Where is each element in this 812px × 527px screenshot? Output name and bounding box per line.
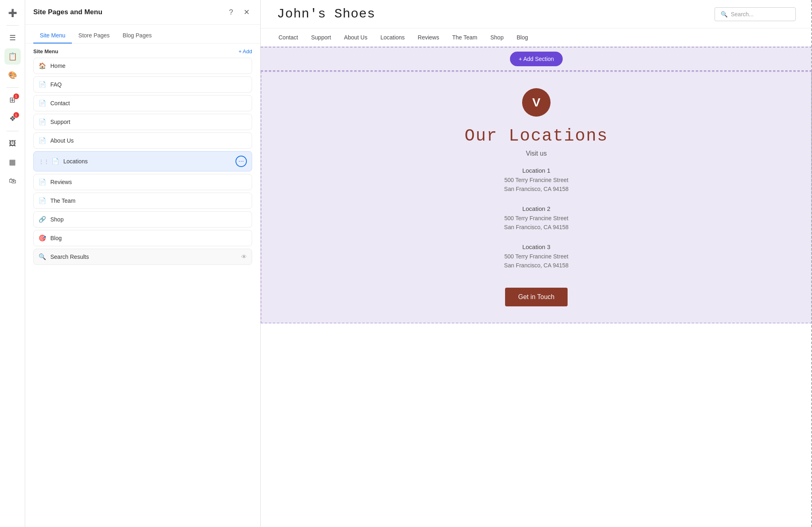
- location-3: Location 3 500 Terry Francine Street San…: [270, 243, 803, 270]
- drag-handle-icon: ⋮⋮: [39, 158, 49, 165]
- toolbar-widgets-icon[interactable]: ❖ 1: [4, 111, 21, 127]
- panel-title: Site Pages and Menu: [33, 8, 102, 16]
- close-button[interactable]: ✕: [241, 7, 252, 18]
- apps-badge: 1: [13, 93, 19, 99]
- avatar-letter: V: [532, 95, 540, 109]
- panel-header: Site Pages and Menu ? ✕: [25, 0, 260, 25]
- nav-shop[interactable]: Shop: [489, 28, 505, 46]
- left-toolbar: ➕ ☰ 📋 🎨 ⊞ 1 ❖ 1 🖼 ▦ 🛍: [0, 0, 25, 527]
- menu-section-header: Site Menu + Add: [25, 43, 260, 56]
- reviews-page-icon: 📄: [39, 178, 46, 186]
- menu-item-faq-label: FAQ: [50, 81, 247, 88]
- add-section-bar: + Add Section: [261, 47, 812, 71]
- blog-page-icon: 🎯: [39, 234, 46, 242]
- locations-more-button[interactable]: ···: [235, 156, 247, 167]
- nav-locations[interactable]: Locations: [379, 28, 406, 46]
- menu-item-home-label: Home: [50, 63, 247, 69]
- menu-item-the-team-label: The Team: [50, 197, 247, 204]
- add-menu-item-button[interactable]: + Add: [238, 48, 252, 54]
- support-page-icon: 📄: [39, 118, 46, 126]
- menu-item-reviews-label: Reviews: [50, 179, 247, 185]
- nav-the-team[interactable]: The Team: [451, 28, 479, 46]
- location-3-city: San Francisco, CA 94158: [270, 261, 803, 270]
- menu-item-contact[interactable]: 📄 Contact: [33, 95, 252, 111]
- location-1-street: 500 Terry Francine Street: [270, 176, 803, 184]
- menu-section-label: Site Menu: [33, 48, 58, 54]
- toolbar-data-icon[interactable]: ▦: [4, 154, 21, 170]
- nav-contact[interactable]: Contact: [277, 28, 300, 46]
- nav-reviews[interactable]: Reviews: [416, 28, 441, 46]
- faq-page-icon: 📄: [39, 81, 46, 88]
- toolbar-apps-icon[interactable]: ⊞ 1: [4, 92, 21, 108]
- location-3-street: 500 Terry Francine Street: [270, 252, 803, 261]
- menu-list: 🏠 Home 📄 FAQ 📄 Contact 📄 Support 📄 About…: [25, 56, 260, 527]
- site-search-box[interactable]: 🔍 Search...: [715, 7, 796, 21]
- canvas-inner: John's Shoes 🔍 Search... Contact Support…: [261, 0, 812, 527]
- the-team-page-icon: 📄: [39, 197, 46, 204]
- menu-item-locations[interactable]: ⋮⋮ 📄 Locations ···: [33, 151, 252, 171]
- help-button[interactable]: ?: [225, 7, 237, 18]
- site-header: John's Shoes 🔍 Search...: [261, 0, 812, 28]
- menu-item-blog-label: Blog: [50, 235, 247, 241]
- avatar: V: [522, 88, 551, 117]
- menu-item-reviews[interactable]: 📄 Reviews: [33, 174, 252, 190]
- locations-subtitle: Visit us: [270, 150, 803, 157]
- tab-store-pages[interactable]: Store Pages: [72, 29, 116, 43]
- toolbar-market-icon[interactable]: 🛍: [4, 173, 21, 189]
- menu-item-shop[interactable]: 🔗 Shop: [33, 211, 252, 228]
- location-2: Location 2 500 Terry Francine Street San…: [270, 205, 803, 232]
- locations-page-title: Our Locations: [270, 126, 803, 146]
- search-placeholder: Search...: [731, 11, 754, 17]
- menu-item-about-us[interactable]: 📄 About Us: [33, 132, 252, 149]
- widgets-badge: 1: [13, 112, 19, 118]
- toolbar-separator-3: [6, 131, 19, 131]
- nav-support[interactable]: Support: [309, 28, 333, 46]
- menu-item-search-results-label: Search Results: [50, 254, 241, 260]
- toolbar-dashboard-icon[interactable]: ☰: [4, 30, 21, 46]
- contact-page-icon: 📄: [39, 100, 46, 107]
- main-canvas: John's Shoes 🔍 Search... Contact Support…: [261, 0, 812, 527]
- toolbar-pages-icon[interactable]: 📋: [4, 48, 21, 65]
- toolbar-add-icon[interactable]: ➕: [4, 5, 21, 21]
- search-icon: 🔍: [721, 11, 728, 17]
- get-in-touch-button[interactable]: Get in Touch: [505, 288, 568, 306]
- menu-item-blog[interactable]: 🎯 Blog: [33, 230, 252, 246]
- nav-blog[interactable]: Blog: [515, 28, 529, 46]
- menu-item-home[interactable]: 🏠 Home: [33, 58, 252, 74]
- tab-blog-pages[interactable]: Blog Pages: [116, 29, 158, 43]
- search-results-icon: 🔍: [39, 253, 46, 260]
- toolbar-media-icon[interactable]: 🖼: [4, 135, 21, 152]
- menu-item-shop-label: Shop: [50, 216, 247, 223]
- menu-item-search-results[interactable]: 🔍 Search Results 👁: [33, 249, 252, 265]
- site-title: John's Shoes: [277, 7, 375, 22]
- toolbar-separator-2: [6, 87, 19, 88]
- add-section-button[interactable]: + Add Section: [510, 52, 563, 66]
- visibility-icon: 👁: [241, 254, 247, 260]
- site-pages-panel: Site Pages and Menu ? ✕ Site Menu Store …: [25, 0, 261, 527]
- locations-page-icon: 📄: [52, 158, 59, 165]
- menu-item-the-team[interactable]: 📄 The Team: [33, 193, 252, 209]
- tab-site-menu[interactable]: Site Menu: [33, 29, 72, 43]
- location-2-name: Location 2: [270, 205, 803, 212]
- locations-content: V Our Locations Visit us Location 1 500 …: [261, 71, 812, 323]
- panel-header-actions: ? ✕: [225, 7, 252, 18]
- location-1: Location 1 500 Terry Francine Street San…: [270, 167, 803, 194]
- location-1-city: San Francisco, CA 94158: [270, 184, 803, 193]
- menu-item-locations-label: Locations: [63, 158, 235, 165]
- menu-item-contact-label: Contact: [50, 100, 247, 106]
- location-1-name: Location 1: [270, 167, 803, 174]
- panel-tabs: Site Menu Store Pages Blog Pages: [25, 25, 260, 43]
- location-2-street: 500 Terry Francine Street: [270, 214, 803, 223]
- toolbar-design-icon[interactable]: 🎨: [4, 67, 21, 83]
- home-page-icon: 🏠: [39, 62, 46, 69]
- location-2-city: San Francisco, CA 94158: [270, 223, 803, 232]
- shop-page-icon: 🔗: [39, 216, 46, 223]
- menu-item-faq[interactable]: 📄 FAQ: [33, 76, 252, 93]
- nav-about-us[interactable]: About Us: [342, 28, 369, 46]
- menu-item-support[interactable]: 📄 Support: [33, 114, 252, 130]
- toolbar-separator-1: [6, 25, 19, 26]
- menu-item-support-label: Support: [50, 119, 247, 125]
- menu-item-about-us-label: About Us: [50, 137, 247, 144]
- location-3-name: Location 3: [270, 243, 803, 250]
- site-nav: Contact Support About Us Locations Revie…: [261, 28, 812, 47]
